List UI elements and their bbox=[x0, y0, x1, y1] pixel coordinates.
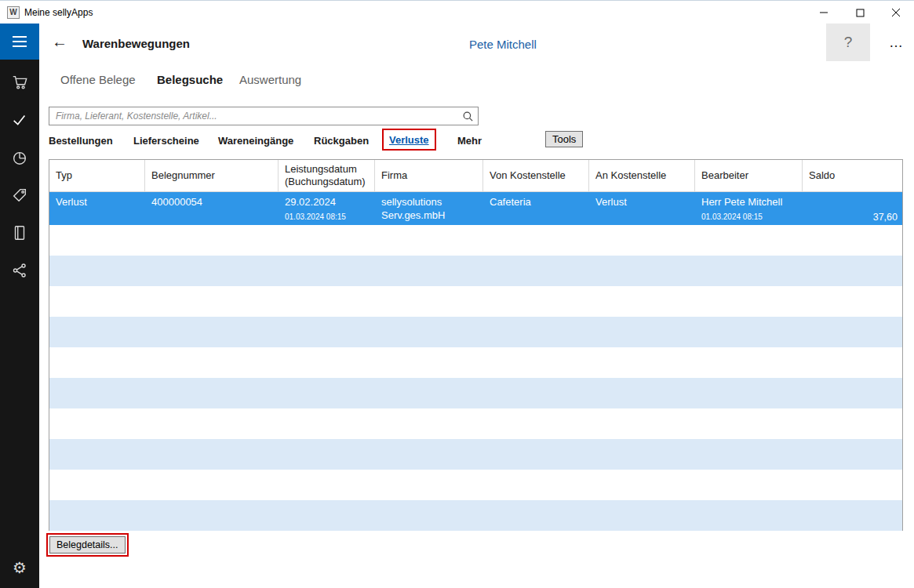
cell-saldo: 37,60 bbox=[803, 192, 902, 227]
column-header-leistungsdatum[interactable]: Leistungsdatum(Buchungsdatum) bbox=[279, 160, 375, 192]
search-icon[interactable] bbox=[457, 111, 478, 122]
table-row-selected[interactable]: Verlust 400000054 29.02.2024 01.03.2024 … bbox=[49, 192, 902, 225]
sidebar-item-cart[interactable] bbox=[0, 64, 39, 101]
titlebar: W Meine sellyApps bbox=[0, 0, 914, 24]
filter-verluste[interactable]: Verluste bbox=[389, 134, 429, 146]
column-header-von-kostenstelle[interactable]: Von Kostenstelle bbox=[483, 160, 589, 192]
empty-row bbox=[49, 225, 902, 256]
cell-bearbeiter: Herr Pete Mitchell 01.03.2024 08:15 bbox=[695, 192, 803, 227]
empty-row bbox=[49, 347, 902, 378]
app-icon: W bbox=[7, 6, 20, 19]
tab-belegsuche[interactable]: Belegsuche bbox=[157, 73, 223, 86]
search-box bbox=[49, 107, 479, 125]
highlight-verluste: Verluste bbox=[382, 129, 436, 151]
empty-row bbox=[49, 439, 902, 470]
belegdetails-button[interactable]: Belegdetails... bbox=[49, 536, 126, 554]
tools-button[interactable]: Tools bbox=[545, 131, 583, 147]
cell-leistungsdatum: 29.02.2024 01.03.2024 08:15 bbox=[279, 192, 375, 227]
empty-rows bbox=[49, 225, 902, 531]
book-icon bbox=[11, 224, 28, 241]
help-button[interactable]: ? bbox=[826, 24, 870, 61]
column-header-typ[interactable]: Typ bbox=[49, 160, 145, 192]
filter-rueckgaben[interactable]: Rückgaben bbox=[314, 135, 369, 147]
window-controls bbox=[806, 1, 914, 24]
minimize-button[interactable] bbox=[806, 1, 842, 24]
main-content: ← Warenbewegungen Pete Mitchell ? … Offe… bbox=[39, 24, 914, 588]
empty-row bbox=[49, 286, 902, 317]
cart-icon bbox=[11, 74, 28, 91]
more-button[interactable]: … bbox=[882, 28, 910, 56]
empty-row bbox=[49, 256, 902, 286]
pie-chart-icon bbox=[11, 149, 28, 166]
settings-icon[interactable]: ⚙ bbox=[0, 552, 39, 583]
cell-typ: Verlust bbox=[49, 192, 145, 227]
empty-row bbox=[49, 408, 902, 439]
column-header-firma[interactable]: Firma bbox=[375, 160, 483, 192]
empty-row bbox=[49, 500, 902, 531]
menu-button[interactable] bbox=[0, 24, 39, 60]
check-icon bbox=[11, 111, 28, 129]
empty-row bbox=[49, 317, 902, 347]
belege-table: Typ Belegnummer Leistungsdatum(Buchungsd… bbox=[49, 159, 903, 531]
close-button[interactable] bbox=[878, 1, 914, 24]
back-button[interactable]: ← bbox=[52, 33, 67, 51]
cell-firma: sellysolutions Serv.ges.mbH bbox=[375, 192, 483, 227]
sidebar-item-netzwerk[interactable] bbox=[0, 252, 39, 289]
cell-von-kostenstelle: Cafeteria bbox=[483, 192, 589, 227]
cell-belegnummer: 400000054 bbox=[145, 192, 279, 227]
filter-mehr[interactable]: Mehr bbox=[457, 135, 482, 147]
highlight-belegdetails: Belegdetails... bbox=[46, 533, 129, 557]
table-header: Typ Belegnummer Leistungsdatum(Buchungsd… bbox=[49, 160, 902, 192]
sidebar: ⚙ bbox=[0, 24, 39, 588]
user-name[interactable]: Pete Mitchell bbox=[469, 38, 537, 51]
column-header-saldo[interactable]: Saldo bbox=[803, 160, 902, 192]
share-icon bbox=[11, 262, 28, 279]
cell-an-kostenstelle: Verlust bbox=[589, 192, 695, 227]
page-title: Warenbewegungen bbox=[82, 37, 190, 50]
column-header-bearbeiter[interactable]: Bearbeiter bbox=[695, 160, 803, 192]
tag-icon bbox=[11, 187, 28, 204]
sidebar-item-belege[interactable] bbox=[0, 101, 39, 139]
sidebar-item-auswertung[interactable] bbox=[0, 139, 39, 176]
filter-lieferscheine[interactable]: Lieferscheine bbox=[133, 135, 199, 147]
hamburger-icon bbox=[12, 35, 27, 48]
empty-row bbox=[49, 378, 902, 408]
column-header-an-kostenstelle[interactable]: An Kostenstelle bbox=[589, 160, 695, 192]
filter-bestellungen[interactable]: Bestellungen bbox=[49, 135, 113, 147]
tab-auswertung[interactable]: Auswertung bbox=[239, 73, 301, 86]
maximize-button[interactable] bbox=[842, 1, 878, 24]
search-input[interactable] bbox=[49, 107, 457, 125]
window-title: Meine sellyApps bbox=[24, 7, 93, 18]
tab-offene-belege[interactable]: Offene Belege bbox=[60, 73, 136, 86]
sidebar-item-katalog[interactable] bbox=[0, 214, 39, 252]
filter-wareneingaenge[interactable]: Wareneingänge bbox=[218, 135, 293, 147]
empty-row bbox=[49, 470, 902, 500]
column-header-belegnummer[interactable]: Belegnummer bbox=[145, 160, 279, 192]
sidebar-item-angebote[interactable] bbox=[0, 176, 39, 214]
